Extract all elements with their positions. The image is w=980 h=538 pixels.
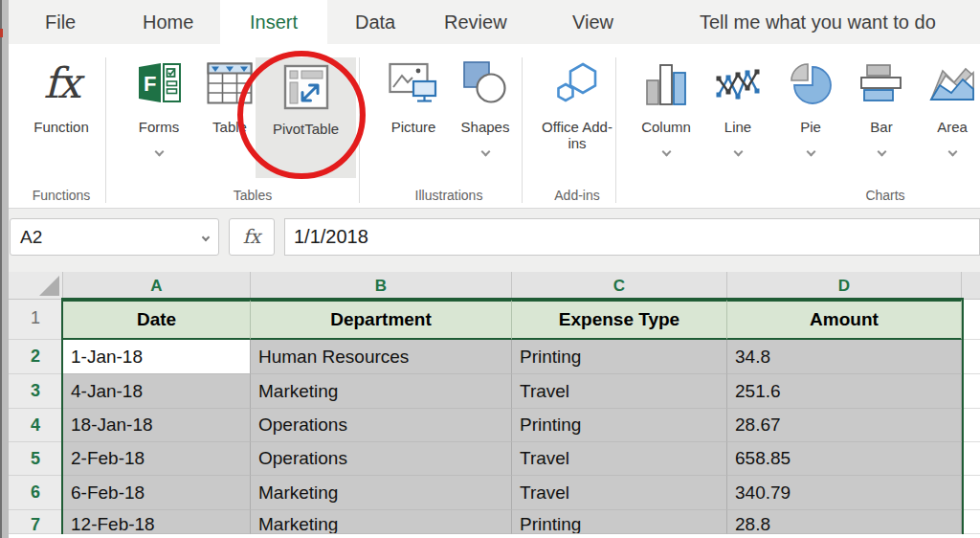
cell-C2[interactable]: Printing bbox=[512, 340, 727, 374]
column-header-a[interactable]: A bbox=[63, 272, 251, 300]
cell-B6[interactable]: Marketing bbox=[251, 476, 512, 510]
table-row: 2 1-Jan-18 Human Resources Printing 34.8 bbox=[9, 340, 980, 374]
forms-button[interactable]: F Forms bbox=[121, 54, 197, 153]
tab-data[interactable]: Data bbox=[355, 0, 395, 44]
cell-C6[interactable]: Travel bbox=[512, 476, 727, 510]
group-label-illustrations: Illustrations bbox=[382, 188, 516, 203]
table-icon bbox=[198, 54, 261, 113]
row-number-7[interactable]: 7 bbox=[9, 510, 63, 534]
cell-filler[interactable] bbox=[962, 476, 980, 510]
row-number-1[interactable]: 1 bbox=[9, 300, 63, 340]
edge-red-mark bbox=[0, 29, 3, 37]
table-row: 6 6-Feb-18 Marketing Travel 340.79 bbox=[9, 476, 980, 510]
office-addins-icon bbox=[539, 54, 615, 113]
cell-filler[interactable] bbox=[962, 409, 980, 442]
cell-A1[interactable]: Date bbox=[63, 300, 251, 340]
cell-C4[interactable]: Printing bbox=[512, 409, 727, 442]
cell-filler[interactable] bbox=[962, 442, 980, 476]
cell-A4[interactable]: 18-Jan-18 bbox=[63, 409, 251, 442]
tab-review[interactable]: Review bbox=[444, 0, 507, 44]
tab-file[interactable]: File bbox=[45, 0, 76, 44]
cell-D3[interactable]: 251.6 bbox=[727, 374, 962, 409]
cell-A6[interactable]: 6-Feb-18 bbox=[63, 476, 251, 510]
function-label: Function bbox=[14, 119, 108, 135]
table-button[interactable]: Table bbox=[198, 54, 261, 135]
cell-D2[interactable]: 34.8 bbox=[727, 340, 962, 374]
cell-A5[interactable]: 2-Feb-18 bbox=[63, 442, 251, 476]
cell-D6[interactable]: 340.79 bbox=[727, 476, 962, 510]
corner-triangle-icon bbox=[39, 276, 59, 296]
table-row: 1 Date Department Expense Type Amount bbox=[9, 300, 980, 340]
chevron-down-icon[interactable] bbox=[202, 234, 210, 241]
formula-bar: A2 fx 1/1/2018 bbox=[0, 209, 980, 272]
cell-B7[interactable]: Marketing bbox=[251, 510, 512, 534]
cell-D1[interactable]: Amount bbox=[727, 300, 962, 340]
bottom-edge bbox=[0, 534, 980, 538]
tab-view[interactable]: View bbox=[572, 0, 613, 44]
cell-A7[interactable]: 12-Feb-18 bbox=[63, 510, 251, 534]
bar-chart-icon bbox=[848, 54, 915, 113]
chevron-down-icon[interactable] bbox=[877, 147, 886, 157]
cell-D4[interactable]: 28.67 bbox=[727, 409, 962, 442]
insert-function-button[interactable]: fx bbox=[229, 218, 275, 256]
column-header-d[interactable]: D bbox=[727, 272, 962, 300]
chevron-down-icon[interactable] bbox=[947, 147, 957, 157]
chevron-down-icon[interactable] bbox=[154, 147, 164, 157]
cell-filler[interactable] bbox=[962, 510, 980, 534]
shapes-label: Shapes bbox=[451, 119, 520, 135]
bar-chart-button[interactable]: Bar bbox=[848, 54, 915, 153]
area-chart-button[interactable]: Area bbox=[919, 54, 980, 153]
column-chart-label: Column bbox=[628, 119, 704, 135]
pivottable-button[interactable]: PivotTable bbox=[256, 57, 356, 178]
picture-button[interactable]: Picture bbox=[375, 54, 452, 135]
column-header-filler bbox=[962, 272, 980, 300]
cell-filler[interactable] bbox=[962, 374, 980, 409]
cell-B2[interactable]: Human Resources bbox=[251, 340, 512, 374]
row-number-4[interactable]: 4 bbox=[9, 409, 63, 442]
cell-C5[interactable]: Travel bbox=[512, 442, 727, 476]
tell-me-box[interactable]: Tell me what you want to do bbox=[700, 0, 936, 44]
cell-B3[interactable]: Marketing bbox=[251, 374, 512, 409]
select-all-corner[interactable] bbox=[9, 272, 63, 300]
chevron-down-icon[interactable] bbox=[661, 147, 671, 157]
column-chart-icon bbox=[628, 54, 704, 113]
forms-icon: F bbox=[121, 54, 197, 113]
cell-D5[interactable]: 658.85 bbox=[727, 442, 962, 476]
chevron-down-icon[interactable] bbox=[480, 147, 490, 157]
cell-A2-active[interactable]: 1-Jan-18 bbox=[63, 340, 251, 374]
cell-A3[interactable]: 4-Jan-18 bbox=[63, 374, 251, 409]
column-chart-button[interactable]: Column bbox=[628, 54, 704, 153]
cell-filler[interactable] bbox=[962, 300, 980, 340]
row-number-6[interactable]: 6 bbox=[9, 476, 63, 510]
cell-B1[interactable]: Department bbox=[251, 300, 512, 340]
forms-label: Forms bbox=[121, 119, 197, 135]
chevron-down-icon[interactable] bbox=[733, 147, 743, 157]
function-button[interactable]: fx Function bbox=[14, 54, 108, 135]
column-header-c[interactable]: C bbox=[512, 272, 727, 300]
chevron-down-icon[interactable] bbox=[806, 147, 815, 157]
row-number-3[interactable]: 3 bbox=[9, 374, 63, 409]
line-chart-button[interactable]: Line bbox=[704, 54, 771, 153]
line-chart-icon bbox=[704, 54, 771, 113]
cell-B5[interactable]: Operations bbox=[251, 442, 512, 476]
pie-chart-button[interactable]: Pie bbox=[777, 54, 844, 153]
cell-B4[interactable]: Operations bbox=[251, 409, 512, 442]
formula-input[interactable]: 1/1/2018 bbox=[284, 218, 980, 256]
cell-D7[interactable]: 28.8 bbox=[727, 510, 962, 534]
cell-C7[interactable]: Printing bbox=[512, 510, 727, 534]
picture-icon bbox=[375, 54, 452, 113]
tab-insert[interactable]: Insert bbox=[220, 0, 327, 44]
cell-C1[interactable]: Expense Type bbox=[512, 300, 727, 340]
cell-C3[interactable]: Travel bbox=[512, 374, 727, 409]
cell-filler[interactable] bbox=[962, 340, 980, 374]
office-addins-button[interactable]: Office Add-ins bbox=[539, 54, 615, 151]
shapes-button[interactable]: Shapes bbox=[451, 54, 520, 153]
group-divider bbox=[359, 57, 360, 203]
column-header-b[interactable]: B bbox=[251, 272, 512, 300]
sheet-grid: A B C D 1 Date Department Expense Type A… bbox=[0, 272, 980, 538]
group-label-addins: Add-ins bbox=[510, 188, 644, 203]
tab-home[interactable]: Home bbox=[143, 0, 193, 44]
row-number-5[interactable]: 5 bbox=[9, 442, 63, 476]
row-number-2[interactable]: 2 bbox=[9, 340, 63, 374]
name-box[interactable]: A2 bbox=[10, 218, 219, 256]
